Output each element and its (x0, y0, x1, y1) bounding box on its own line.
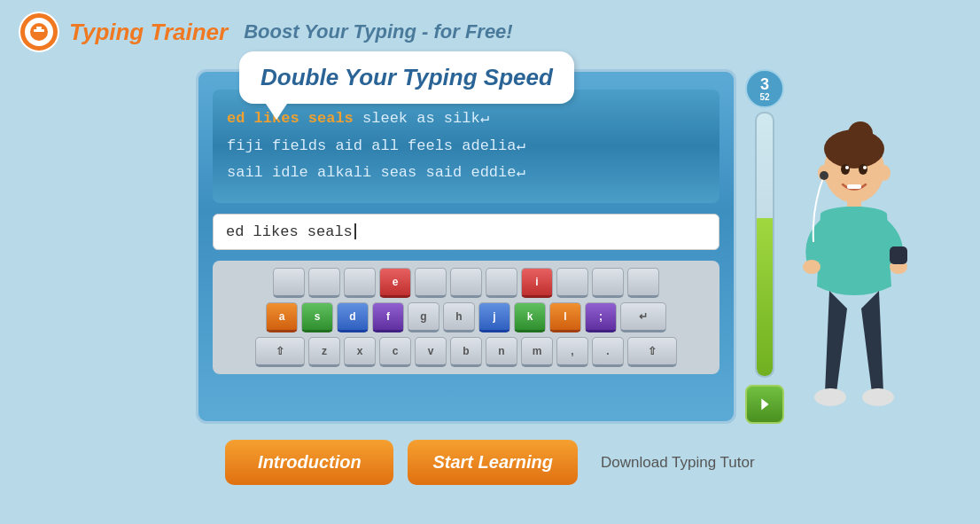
svg-point-15 (845, 166, 849, 169)
svg-point-6 (38, 36, 41, 39)
key-n[interactable]: n (486, 337, 517, 367)
key-blank9[interactable] (627, 268, 659, 298)
key-c[interactable]: c (379, 337, 411, 367)
key-v[interactable]: v (415, 337, 447, 367)
trainer-container: ed likes seals sleek as silk↵ fiji field… (196, 69, 784, 424)
progress-bar-fill (757, 218, 773, 376)
key-row-home: a s d f g h j k l ; ↵ (220, 302, 712, 332)
tagline: Boost Your Typing - for Free! (244, 20, 513, 43)
key-row-bottom: ⇧ z x c v b n m , . ⇧ (220, 337, 712, 367)
key-enter[interactable]: ↵ (620, 302, 666, 332)
highlight-text: ed likes seals (227, 110, 354, 127)
typed-text: ed likes seals (226, 223, 353, 240)
keyboard: e i a s d f g h j (213, 261, 719, 374)
key-b[interactable]: b (450, 337, 482, 367)
svg-point-13 (841, 164, 850, 175)
svg-point-12 (878, 165, 891, 181)
text-line-3: sail idle alkali seas said eddie↵ (227, 160, 705, 187)
svg-point-23 (862, 388, 894, 406)
key-f[interactable]: f (372, 302, 404, 332)
key-comma[interactable]: , (556, 337, 588, 367)
svg-point-16 (863, 166, 867, 169)
key-k[interactable]: k (514, 302, 546, 332)
key-j[interactable]: j (478, 302, 510, 332)
svg-rect-4 (36, 27, 42, 29)
logo-icon (18, 11, 60, 53)
text-line-1: ed likes seals sleek as silk↵ (227, 106, 705, 133)
key-d[interactable]: d (337, 302, 369, 332)
start-learning-button[interactable]: Start Learning (408, 440, 578, 485)
key-g[interactable]: g (408, 302, 439, 332)
svg-point-24 (820, 171, 828, 180)
key-blank7[interactable] (556, 268, 588, 298)
cursor (354, 223, 356, 239)
progress-sub: 52 (759, 92, 769, 102)
arrow-right-icon (755, 395, 774, 414)
key-dot[interactable]: . (592, 337, 624, 367)
progress-number: 3 (760, 76, 769, 92)
key-row-top: e i (220, 268, 712, 298)
download-link[interactable]: Download Typing Tutor (601, 454, 755, 472)
svg-rect-3 (34, 29, 44, 32)
key-blank3[interactable] (344, 268, 376, 298)
svg-point-22 (814, 388, 846, 406)
svg-point-7 (42, 36, 44, 39)
key-s[interactable]: s (301, 302, 333, 332)
key-blank1[interactable] (273, 268, 305, 298)
trainer-box: ed likes seals sleek as silk↵ fiji field… (196, 69, 736, 424)
speech-bubble: Double Your Typing Speed (239, 51, 574, 104)
introduction-button[interactable]: Introduction (225, 440, 393, 485)
key-blank6[interactable] (486, 268, 517, 298)
mascot-character (776, 109, 918, 524)
key-h[interactable]: h (443, 302, 475, 332)
progress-bar-track (755, 112, 774, 378)
typing-input[interactable]: ed likes seals (213, 214, 719, 250)
key-x[interactable]: x (344, 337, 376, 367)
key-shift-left[interactable]: ⇧ (255, 337, 305, 367)
speech-bubble-text: Double Your Typing Speed (261, 64, 553, 90)
text-display: ed likes seals sleek as silk↵ fiji field… (213, 90, 719, 203)
key-blank8[interactable] (592, 268, 624, 298)
svg-point-14 (859, 164, 867, 175)
text-line-1-rest: sleek as silk↵ (354, 110, 489, 127)
svg-rect-17 (847, 184, 861, 189)
key-i[interactable]: i (521, 268, 553, 298)
text-line-2: fiji fields aid all feels adelia↵ (227, 133, 705, 160)
key-l[interactable]: l (549, 302, 581, 332)
svg-point-10 (824, 129, 884, 168)
key-blank4[interactable] (415, 268, 447, 298)
main-area: Double Your Typing Speed ed likes seals … (0, 60, 980, 424)
key-z[interactable]: z (308, 337, 340, 367)
mascot-area (776, 109, 927, 524)
key-m[interactable]: m (521, 337, 553, 367)
key-e[interactable]: e (379, 268, 411, 298)
svg-point-5 (35, 36, 37, 39)
key-semicolon[interactable]: ; (585, 302, 617, 332)
key-blank5[interactable] (450, 268, 482, 298)
progress-badge: 3 52 (745, 69, 784, 108)
key-shift-right[interactable]: ⇧ (627, 337, 677, 367)
key-a[interactable]: a (266, 302, 298, 332)
svg-point-19 (803, 260, 821, 274)
key-blank2[interactable] (308, 268, 340, 298)
svg-rect-21 (890, 246, 907, 264)
logo-text: Typing Trainer (69, 19, 228, 46)
